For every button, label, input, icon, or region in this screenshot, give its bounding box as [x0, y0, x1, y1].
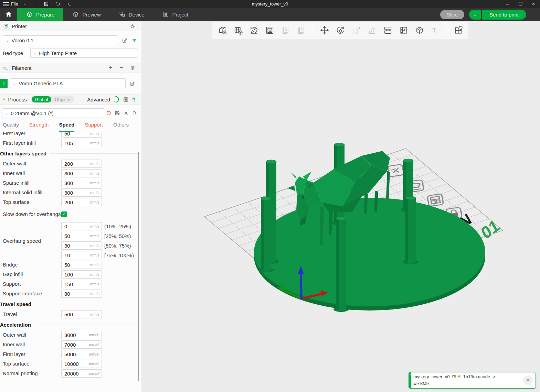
variable-layer-height-icon[interactable]	[412, 23, 427, 37]
setting-value-input[interactable]: 10000mm/s²	[61, 360, 102, 368]
copy-icon[interactable]: 0	[278, 23, 293, 37]
chevron-down-icon[interactable]: ⌄	[23, 2, 26, 6]
object-settings-icon[interactable]	[131, 95, 137, 104]
setting-value-input[interactable]: 30mm/s	[61, 241, 102, 250]
setting-value-input[interactable]: 0mm/s	[61, 222, 102, 230]
setting-unit: mm/s	[90, 282, 102, 286]
close-button[interactable]: ✕	[527, 0, 540, 8]
viewport-toolbar: AUTO0PTa	[212, 22, 468, 39]
setting-value-input[interactable]: 300mm/s	[61, 169, 102, 177]
bed-type-select[interactable]: ⌄ High Temp Plate	[30, 48, 137, 58]
scope-global[interactable]: Global	[32, 96, 52, 102]
split-icon[interactable]	[381, 23, 395, 37]
add-plate-icon[interactable]	[231, 23, 245, 37]
setting-value-input[interactable]: 5000mm/s²	[61, 350, 102, 358]
save-icon[interactable]	[40, 0, 52, 8]
arrange-icon[interactable]	[263, 23, 277, 37]
viewport-3d[interactable]: AUTO0PTa VORON D E S I G N 01	[141, 21, 540, 392]
delete-plate-icon[interactable]	[388, 164, 404, 177]
setting-value-input[interactable]: 50mm/s	[61, 232, 102, 240]
rotate-icon[interactable]	[333, 23, 348, 37]
add-filament-button[interactable]: +	[106, 64, 115, 72]
setting-value-input[interactable]: 10mm/s	[61, 251, 102, 259]
settings-list: First layer50mm/sFirst layer infill105mm…	[0, 132, 141, 392]
process-tab-strength[interactable]: Strength	[29, 122, 49, 132]
settings-section-header: Travel speed	[0, 298, 141, 309]
paste-icon[interactable]: P	[294, 23, 309, 37]
tab-project[interactable]: Project	[153, 8, 198, 21]
move-icon[interactable]	[317, 23, 332, 37]
send-options-button[interactable]: ⌄	[469, 10, 481, 20]
build-plate-scene[interactable]: VORON D E S I G N 01	[141, 21, 540, 392]
setting-value-input[interactable]: 200mm/s	[61, 160, 102, 168]
slice-button[interactable]: Slice	[440, 10, 464, 19]
setting-value-input[interactable]: 300mm/s	[61, 188, 102, 197]
lay-on-face-icon[interactable]	[365, 23, 379, 37]
setting-unit: mm/s	[90, 234, 102, 238]
setting-value-input[interactable]: 105mm/s	[61, 139, 102, 147]
scale-icon[interactable]	[349, 23, 363, 37]
tab-prepare[interactable]: Prepare	[17, 8, 63, 21]
setting-value-input[interactable]: 500mm/s	[61, 310, 102, 318]
reset-profile-icon[interactable]	[105, 109, 113, 117]
tab-device[interactable]: Device	[110, 8, 153, 21]
scope-objects[interactable]: Objects	[51, 96, 73, 102]
setting-value-input[interactable]: 20000mm/s²	[61, 369, 102, 378]
advanced-toggle[interactable]	[114, 96, 119, 102]
process-tab-speed[interactable]: Speed	[59, 122, 74, 132]
setting-unit: mm/s	[90, 141, 102, 145]
scrollbar-thumb[interactable]	[138, 152, 139, 381]
remove-filament-button[interactable]: −	[117, 64, 126, 72]
wifi-icon[interactable]	[130, 36, 138, 44]
parameter-list-icon[interactable]	[123, 95, 129, 104]
setting-row: First layer50mm/s	[3, 132, 141, 138]
hamburger-icon[interactable]	[3, 2, 9, 6]
redo-icon[interactable]	[64, 0, 75, 8]
process-tab-quality[interactable]: Quality	[3, 122, 19, 132]
assembly-icon[interactable]	[451, 23, 466, 37]
tab-preview[interactable]: Preview	[63, 8, 109, 21]
setting-unit: mm/s	[90, 224, 102, 228]
home-button[interactable]	[0, 8, 17, 21]
arrange-plate-icon[interactable]	[427, 194, 443, 207]
chevron-down-icon: ⌄	[33, 51, 36, 55]
process-tab-others[interactable]: Others	[113, 122, 129, 132]
slow-down-overhangs-checkbox[interactable]: ✓	[61, 211, 67, 217]
setting-value-input[interactable]: 100mm/s	[61, 270, 102, 279]
setting-value-input[interactable]: 7000mm/s²	[61, 340, 102, 349]
file-menu[interactable]: File	[11, 1, 18, 7]
setting-value-input[interactable]: 50mm/s	[61, 132, 102, 138]
edit-printer-icon[interactable]	[121, 36, 128, 44]
filament-select[interactable]: ⌄ Voron Generic PLA	[10, 78, 126, 88]
setting-value-input[interactable]: 200mm/s	[61, 198, 102, 206]
printer-section-header: Printer	[0, 21, 141, 31]
search-icon[interactable]	[130, 109, 139, 117]
process-scope-toggle[interactable]: Global Objects	[31, 96, 74, 103]
clear-profile-icon[interactable]: ✕	[122, 109, 130, 117]
send-to-print-button[interactable]: Send to print	[482, 10, 526, 20]
edit-filament-icon[interactable]	[128, 79, 136, 87]
overhang-range-note: [25%, 50%)	[104, 233, 131, 239]
printer-select[interactable]: ⌄ Voron 0.1	[3, 35, 118, 45]
text-icon[interactable]: Ta	[428, 23, 443, 37]
overhang-range-note: [50%, 75%)	[104, 243, 131, 249]
process-profile-select[interactable]: ⌄ 0.20mm @V0.1 (*)	[2, 108, 104, 118]
add-object-icon[interactable]	[215, 23, 230, 37]
save-profile-icon[interactable]	[113, 109, 121, 117]
setting-unit: mm/s	[90, 162, 102, 166]
printer-settings-gear-icon[interactable]	[128, 22, 137, 30]
notification-close-icon[interactable]: ✕	[523, 375, 533, 385]
auto-orient-icon[interactable]: AUTO	[247, 23, 261, 37]
notification-status-bar: ?	[409, 372, 411, 388]
setting-value-input[interactable]: 50mm/s	[61, 261, 102, 269]
cut-icon[interactable]	[396, 23, 411, 37]
filament-settings-gear-icon[interactable]	[128, 64, 137, 72]
setting-value-input[interactable]: 150mm/s	[61, 280, 102, 288]
setting-value-input[interactable]: 300mm/s	[61, 179, 102, 187]
setting-value-input[interactable]: 80mm/s	[61, 290, 102, 298]
maximize-button[interactable]: ❐	[514, 0, 527, 8]
minimize-button[interactable]: –	[501, 0, 514, 8]
setting-value-input[interactable]: 3000mm/s²	[61, 331, 102, 339]
undo-icon[interactable]	[52, 0, 64, 8]
process-tab-support[interactable]: Support	[85, 122, 103, 132]
